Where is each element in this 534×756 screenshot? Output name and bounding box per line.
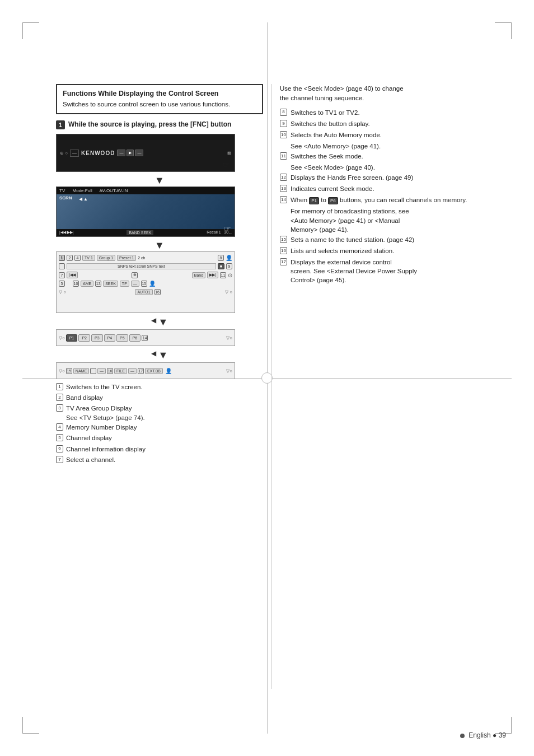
- step1-instruction: 1 While the source is playing, press the…: [56, 120, 263, 129]
- step1-number: 1: [56, 120, 65, 129]
- right-intro: Use the <Seek Mode> (page 40) to changet…: [280, 84, 478, 104]
- ctrl-badge-blank1: [59, 263, 65, 269]
- right-item-8: 8 Switches to TV1 or TV2.: [280, 108, 478, 117]
- tv-hand-cursor: ☞: [224, 224, 231, 233]
- name-file-btn: FILE: [114, 368, 127, 374]
- preset-vol-right: ▽○: [226, 335, 232, 340]
- preset-vol-left: ▽○: [59, 335, 65, 340]
- preset-badge-14: 14: [142, 335, 148, 341]
- ctrl-badge-8: 8: [218, 255, 224, 261]
- right-text-14-full: When P1 to P6 buttons, you can recall ch…: [291, 195, 478, 204]
- ctrl-group-btn: Group 1: [97, 255, 115, 261]
- item-text-7: Select a channel.: [66, 455, 115, 464]
- screen1-left: ⊕ ○ — KENWOOD — ▶ —: [60, 150, 143, 157]
- right-text-10: Selects the Auto Memory mode.: [291, 130, 478, 139]
- chevron-left-icon: ◀: [151, 316, 156, 328]
- ctrl-btn-3: —: [135, 150, 143, 156]
- item-text-1: Switches to the TV screen.: [66, 382, 143, 391]
- ctrl-badge-1: 1: [59, 255, 65, 261]
- screen1-indicator: ⊠: [227, 151, 231, 156]
- name-btn: NAME: [73, 368, 89, 374]
- item-num-7: 7: [56, 456, 63, 463]
- ctrl-screen: 1 2 4 TV 1 Group 1 Preset 1 2 ch 8 👤 SNP…: [56, 251, 235, 313]
- right-text-15: Sets a name to the tuned station. (page …: [291, 235, 478, 244]
- right-item-14: 14 When P1 to P6 buttons, you can recall…: [280, 195, 478, 204]
- right-num-11: 11: [280, 152, 287, 160]
- tv-bottombar: |◀◀ ▶▶| BAND SEEK Recall 1 30...: [57, 229, 235, 236]
- name-screen: ▽○ 15 NAME — 16 FILE — 17 EXT.BB 👤 ▽○: [56, 362, 235, 379]
- ctrl-vol-icon: ▽ ○: [59, 290, 66, 295]
- page-number: 39: [499, 731, 506, 739]
- name-badge-16: 16: [107, 368, 113, 374]
- tv-scrn-label: SCRN: [59, 195, 72, 200]
- hand-cursor-icon: ☞: [223, 160, 230, 169]
- tv-screen-container: TV Mode:Full AV-OUT:AV-IN SCRN ◀ ▲ |◀◀ ▶…: [56, 186, 263, 237]
- name-vol-right: ▽○: [226, 368, 232, 374]
- column-divider: [271, 84, 272, 689]
- left-column: Functions While Displaying the Control S…: [56, 84, 263, 466]
- list-item-4: 4 Memory Number Display: [56, 423, 263, 432]
- page-content: Functions While Displaying the Control S…: [56, 84, 478, 689]
- list-item-2: 2 Band display: [56, 393, 263, 402]
- ctrl-badge-band: ⊕: [132, 272, 138, 278]
- ctrl-badge-9: 9: [226, 263, 232, 269]
- screen1-controls: — ▶ —: [117, 150, 143, 156]
- list-item-1: 1 Switches to the TV screen.: [56, 382, 263, 391]
- item-num-4: 4: [56, 423, 63, 431]
- right-num-9: 9: [280, 120, 287, 127]
- name-extbb-btn: EXT.BB: [145, 368, 163, 374]
- tv-scrn-arrows: ◀ ▲: [79, 197, 88, 202]
- p6-btn-inline: P6: [328, 197, 338, 204]
- preset-p1: P1: [66, 334, 78, 342]
- preset-p2: P2: [78, 334, 90, 342]
- step1-text: While the source is playing, press the […: [68, 120, 231, 129]
- ctrl-preset-btn: Preset 1: [117, 255, 136, 261]
- right-item-9: 9 Switches the button display.: [280, 119, 478, 128]
- right-item-17: 17 Displays the external device controls…: [280, 258, 478, 284]
- right-item-15: 15 Sets a name to the tuned station. (pa…: [280, 235, 478, 244]
- list-item-6: 6 Channel information display: [56, 445, 263, 454]
- right-text-12: Displays the Hands Free screen. (page 49…: [291, 173, 478, 182]
- tv-bottom-left: |◀◀ ▶▶|: [59, 230, 74, 235]
- item-sub-3: See <TV Setup> (page 74).: [56, 414, 263, 421]
- right-num-17: 17: [280, 258, 287, 265]
- screen1-container: ⊕ ○ — KENWOOD — ▶ — ⊠ ☞: [56, 134, 263, 172]
- item-num-5: 5: [56, 434, 63, 441]
- tv-screen: TV Mode:Full AV-OUT:AV-IN SCRN ◀ ▲ |◀◀ ▶…: [56, 186, 235, 237]
- ctrl-badge-2: 2: [67, 255, 73, 261]
- page-num-dot: [460, 734, 465, 738]
- ctrl-row1: 1 2 4 TV 1 Group 1 Preset 1 2 ch 8 👤: [57, 254, 235, 262]
- preset-p6: P6: [129, 334, 141, 342]
- preset-p5: P5: [116, 334, 128, 342]
- name-dash2-btn: —: [128, 368, 137, 374]
- right-text-8: Switches to TV1 or TV2.: [291, 108, 478, 117]
- list-item-7: 7 Select a channel.: [56, 455, 263, 464]
- ctrl-circle-icon: ⊙: [228, 272, 232, 278]
- arrow-down-1: ▼: [56, 175, 263, 185]
- ctrl-screen-container: 1 2 4 TV 1 Group 1 Preset 1 2 ch 8 👤 SNP…: [56, 251, 263, 313]
- arrow-block-2: ◀ ▼: [56, 316, 263, 328]
- section-box: Functions While Displaying the Control S…: [56, 84, 263, 114]
- item-text-6: Channel information display: [66, 445, 146, 454]
- right-num-8: 8: [280, 109, 287, 116]
- ctrl-row4: 5 10 AME 13 SEEK TP — 15 👤: [57, 279, 235, 288]
- ctrl-row3: 7 |◀◀ ⊕ Band ▶▶| 11 ⊙: [57, 270, 235, 279]
- screen1-right: ⊠: [227, 151, 231, 156]
- ctrl-person2-icon: 👤: [149, 281, 156, 287]
- right-num-16: 16: [280, 247, 287, 254]
- ctrl-band-btn: Band: [192, 272, 205, 278]
- right-text-11: Switches the Seek mode.: [291, 152, 478, 161]
- p1-btn-inline: P1: [309, 197, 319, 204]
- ctrl-ame-btn: AME: [81, 281, 93, 287]
- page-number-area: English ● 39: [460, 731, 506, 739]
- ctrl-badge-7: 7: [59, 272, 65, 278]
- item-text-5: Channel display: [66, 433, 112, 442]
- crop-mark-tl: [22, 22, 39, 39]
- item-num-6: 6: [56, 445, 63, 452]
- right-num-10: 10: [280, 131, 287, 138]
- right-text-13: Indicates current Seek mode.: [291, 184, 478, 193]
- section-description: Switches to source control screen to use…: [63, 100, 256, 109]
- right-sub-11: See <Seek Mode> (page 40).: [280, 163, 478, 172]
- name-badge-17: 17: [138, 368, 144, 374]
- crop-mark-bl: [22, 717, 39, 734]
